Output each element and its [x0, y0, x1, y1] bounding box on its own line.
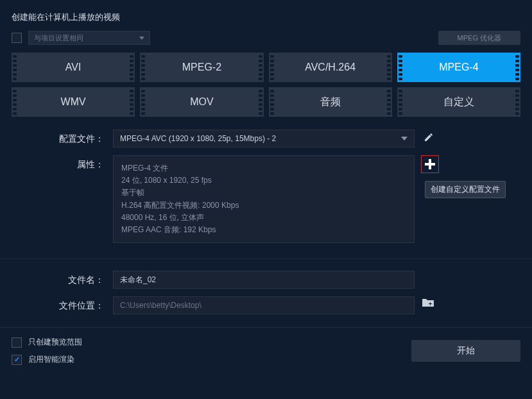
preview-only-checkbox[interactable]: [12, 337, 22, 348]
pencil-icon: [424, 132, 434, 142]
film-edge-icon: [397, 87, 404, 117]
film-edge-icon: [269, 53, 275, 82]
top-controls: 与项目设置相同 MPEG 优化器: [12, 31, 520, 45]
smart-render-label: 启用智能渲染: [28, 354, 74, 365]
attrs-line: H.264 高配置文件视频: 2000 Kbps: [121, 200, 406, 212]
format-tile-label: AVC/H.264: [305, 62, 356, 73]
attrs-line: MPEG-4 文件: [121, 162, 406, 174]
attrs-line: MPEG AAC 音频: 192 Kbps: [121, 224, 406, 236]
film-edge-icon: [269, 87, 275, 117]
profile-dropdown[interactable]: MPEG-4 AVC (1920 x 1080, 25p, 15Mbps) - …: [113, 130, 415, 148]
filepath-label: 文件位置：: [12, 296, 113, 312]
format-tile-wmv[interactable]: WMV: [12, 87, 135, 117]
film-edge-icon: [514, 87, 520, 117]
format-tile-label: MPEG-4: [439, 62, 478, 73]
preview-only-label: 只创建预览范围: [28, 337, 82, 348]
profile-value: MPEG-4 AVC (1920 x 1080, 25p, 15Mbps) - …: [120, 134, 276, 143]
film-edge-icon: [140, 53, 146, 82]
add-profile-button[interactable]: [421, 155, 439, 173]
film-edge-icon: [12, 87, 18, 117]
film-edge-icon: [257, 53, 264, 82]
attrs-line: 24 位, 1080 x 1920, 25 fps: [121, 174, 406, 187]
filepath-input[interactable]: [113, 296, 415, 314]
start-button[interactable]: 开始: [411, 340, 520, 362]
format-tile-label: MOV: [190, 96, 213, 108]
divider: [0, 259, 532, 259]
format-tile--[interactable]: 自定义: [397, 87, 520, 117]
project-settings-dropdown[interactable]: 与项目设置相同: [28, 31, 150, 45]
format-tile-mov[interactable]: MOV: [140, 87, 263, 117]
film-edge-icon: [128, 87, 135, 117]
filename-input[interactable]: [113, 271, 415, 289]
plus-icon: [425, 159, 435, 169]
browse-folder-button[interactable]: [421, 296, 436, 312]
format-tile-label: 自定义: [443, 96, 474, 109]
film-edge-icon: [257, 87, 264, 117]
attrs-label: 属性：: [12, 155, 113, 171]
filename-label: 文件名：: [12, 271, 113, 286]
page-title: 创建能在计算机上播放的视频: [12, 12, 520, 23]
project-settings-label: 与项目设置相同: [34, 33, 83, 43]
format-tile-mpeg-2[interactable]: MPEG-2: [140, 53, 263, 82]
film-edge-icon: [514, 53, 520, 82]
format-tile-label: MPEG-2: [182, 62, 221, 73]
format-tile-avc-h-264[interactable]: AVC/H.264: [269, 53, 392, 82]
edit-profile-button[interactable]: [421, 130, 436, 145]
film-edge-icon: [397, 53, 404, 82]
bottom-section: 只创建预览范围 启用智能渲染 开始: [0, 327, 532, 374]
chevron-down-icon: [401, 137, 408, 140]
attrs-line: 48000 Hz, 16 位, 立体声: [121, 212, 406, 224]
format-tile-label: 音频: [320, 96, 341, 109]
film-edge-icon: [12, 53, 18, 82]
film-edge-icon: [386, 87, 392, 117]
format-tile--[interactable]: 音频: [269, 87, 392, 117]
attrs-line: 基于帧: [121, 187, 406, 199]
add-profile-tooltip: 创建自定义配置文件: [425, 181, 506, 198]
chevron-down-icon: [139, 37, 144, 40]
film-edge-icon: [128, 53, 135, 82]
format-tile-label: WMV: [61, 96, 86, 108]
format-tile-mpeg-4[interactable]: MPEG-4: [397, 53, 520, 82]
mpeg-optimizer-button[interactable]: MPEG 优化器: [438, 31, 520, 45]
profile-label: 配置文件：: [12, 130, 113, 145]
attrs-box: MPEG-4 文件24 位, 1080 x 1920, 25 fps基于帧H.2…: [113, 155, 415, 243]
format-grid: AVIMPEG-2AVC/H.264MPEG-4WMVMOV音频自定义: [12, 53, 520, 117]
folder-plus-icon: [421, 296, 435, 309]
film-edge-icon: [140, 87, 146, 117]
format-tile-label: AVI: [65, 62, 82, 73]
film-edge-icon: [386, 53, 392, 82]
format-tile-avi[interactable]: AVI: [12, 53, 135, 82]
smart-render-checkbox[interactable]: [12, 355, 22, 365]
use-project-settings-checkbox[interactable]: [12, 33, 22, 43]
